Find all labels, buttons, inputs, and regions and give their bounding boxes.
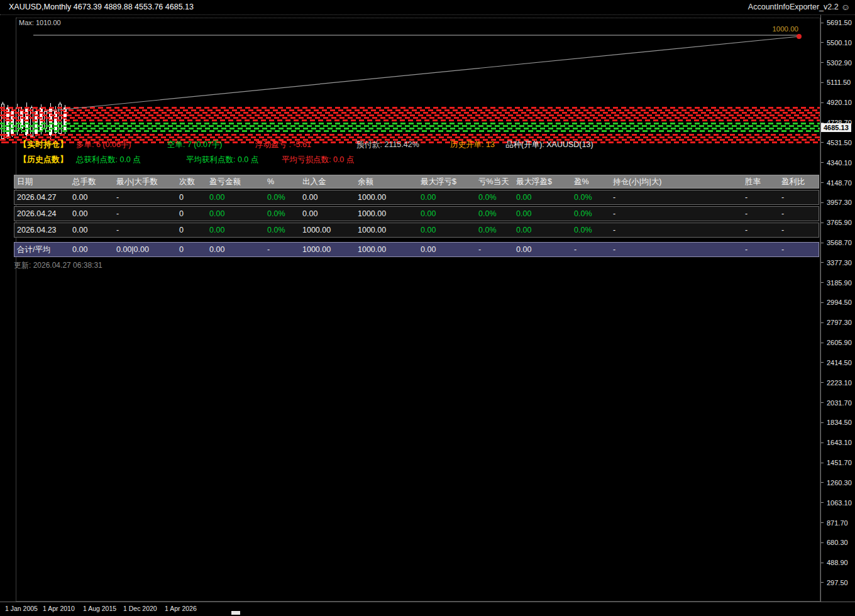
current-price-tag: 4685.13 (821, 123, 851, 132)
table-cell: 0.0% (571, 209, 610, 218)
y-axis-label: 2797.30 (821, 319, 852, 326)
table-cell: - (610, 209, 742, 218)
table-cell: - (571, 245, 610, 254)
table-cell: 2026.04.23 (14, 226, 70, 234)
table-header-cell: 胜率 (742, 177, 779, 187)
y-axis-label: 3568.70 (821, 239, 852, 246)
x-axis-label: 1 Apr 2026 (165, 605, 197, 612)
balance-end-label: 1000.00 (762, 25, 798, 33)
table-header-cell: 持仓(小|均|大) (610, 177, 742, 187)
table-cell: - (742, 226, 779, 234)
table-header-cell: 出入金 (300, 177, 355, 187)
account-table: 日期总手数最小|大手数次数盈亏金额%出入金余额最大浮亏$亏%当天最大浮盈$盈%持… (14, 175, 819, 257)
y-axis-label: 680.30 (821, 539, 848, 546)
table-header-cell: 日期 (14, 177, 70, 187)
symbol-period-ohlc: XAUUSD,Monthly 4673.39 4889.88 4553.76 4… (9, 3, 194, 11)
table-cell: 0.00 (207, 209, 265, 218)
green-band-line (0, 123, 820, 124)
table-header-cell: 盈亏金额 (207, 177, 265, 187)
y-axis-label: 871.70 (821, 519, 848, 527)
update-timestamp: 更新: 2026.04.27 06:38:31 (14, 260, 102, 271)
table-cell: 0.00 (300, 209, 355, 218)
indicator-name: AccountInfoExporter_v2.2 (748, 3, 839, 11)
y-axis-label: 3377.30 (821, 259, 852, 267)
floating-pl: 浮动盈亏 : -5.61 (255, 140, 311, 150)
table-cell: 1000.00 (355, 245, 418, 254)
history-orders: 历史开单: 13 (450, 140, 495, 150)
table-cell: 0.00 (418, 209, 476, 218)
table-cell: 0 (177, 226, 207, 234)
table-header-cell: 总手数 (70, 177, 114, 187)
y-axis-label: 2031.70 (821, 399, 852, 407)
table-summary-row: 合计/平均0.000.00|0.0000.00-1000.001000.000.… (14, 242, 819, 257)
y-axis-label: 1451.70 (821, 459, 852, 466)
table-cell: - (610, 226, 742, 234)
table-cell: 0.0% (476, 226, 514, 234)
table-header-cell: 最大浮亏$ (418, 177, 476, 187)
table-header-cell: 余额 (355, 177, 418, 187)
table-cell: - (779, 193, 818, 202)
y-axis-label: 4920.10 (821, 99, 852, 106)
table-cell: 1000.00 (355, 209, 418, 218)
table-cell: 0.00 (207, 226, 265, 234)
table-cell: - (114, 193, 177, 202)
h-scrollbar-thumb[interactable] (231, 611, 240, 615)
table-cell: 0 (177, 193, 207, 202)
x-axis-label: 1 Apr 2010 (43, 605, 75, 612)
table-cell: 0.00 (70, 193, 114, 202)
chart-canvas[interactable] (16, 18, 820, 602)
table-header-cell: 亏%当天 (476, 177, 514, 187)
table-cell: 1000.00 (300, 226, 355, 234)
table-cell: 合计/平均 (14, 245, 70, 255)
table-header-cell: 最小|大手数 (114, 177, 177, 187)
table-cell: - (779, 209, 818, 218)
y-axis-label: 2605.90 (821, 339, 852, 346)
y-axis-label: 297.50 (821, 579, 848, 586)
y-axis-label: 5302.90 (821, 59, 852, 67)
red-band-line (0, 114, 820, 116)
table-header-cell: 盈% (571, 177, 610, 187)
table-header-row: 日期总手数最小|大手数次数盈亏金额%出入金余额最大浮亏$亏%当天最大浮盈$盈%持… (14, 175, 819, 189)
table-header-cell: % (265, 177, 300, 186)
table-cell: - (742, 193, 779, 202)
table-cell: 1000.00 (300, 245, 355, 254)
y-axis-label: 2223.10 (821, 379, 852, 387)
total-profit-points: 总获利点数: 0.0 点 (76, 155, 141, 165)
title-separator (0, 14, 855, 15)
red-band-line (0, 109, 820, 111)
y-axis-label: 3765.90 (821, 219, 852, 226)
y-axis-label: 2994.50 (821, 299, 852, 306)
table-row: 2026.04.240.00-00.000.0%0.001000.000.000… (14, 206, 819, 221)
y-axis-label: 5111.50 (821, 79, 851, 86)
long-positions: 多单: 6 (0.06手) (76, 140, 131, 150)
table-cell: - (610, 193, 742, 202)
table-cell: 0.00 (514, 226, 571, 234)
max-balance-label: Max: 1010.00 (19, 19, 61, 26)
symbol-orders: 品种(开单): XAUUSD(13) (505, 140, 593, 150)
table-cell: - (610, 245, 742, 254)
y-axis-label: 1260.30 (821, 479, 852, 487)
y-axis-label: 3957.30 (821, 199, 852, 206)
table-cell: 0.00 (70, 245, 114, 254)
y-axis-label: 4148.70 (821, 179, 852, 187)
table-cell: 0.0% (265, 209, 300, 218)
smiley-icon: ☺ (841, 3, 850, 11)
y-axis-label: 5500.10 (821, 39, 852, 47)
y-axis-label: 1834.50 (821, 419, 852, 426)
table-cell: 0.00 (300, 193, 355, 202)
table-cell: 1000.00 (355, 193, 418, 202)
realtime-section-label: 【实时持仓】 (19, 139, 68, 150)
table-cell: 0.00 (514, 245, 571, 254)
table-cell: - (114, 226, 177, 234)
y-axis-label: 3185.90 (821, 279, 852, 287)
green-band-line (0, 128, 820, 129)
table-cell: 2026.04.27 (14, 193, 70, 202)
avg-loss-points: 平均亏损点数: 0.0 点 (282, 155, 354, 165)
table-cell: 2026.04.24 (14, 209, 70, 218)
table-cell: 0.0% (571, 226, 610, 234)
table-cell: 0.00 (418, 193, 476, 202)
table-cell: 0.00 (418, 226, 476, 234)
red-band-line (0, 112, 820, 114)
table-row: 2026.04.230.00-00.000.0%1000.001000.000.… (14, 223, 819, 238)
y-axis-label: 488.90 (821, 559, 848, 566)
